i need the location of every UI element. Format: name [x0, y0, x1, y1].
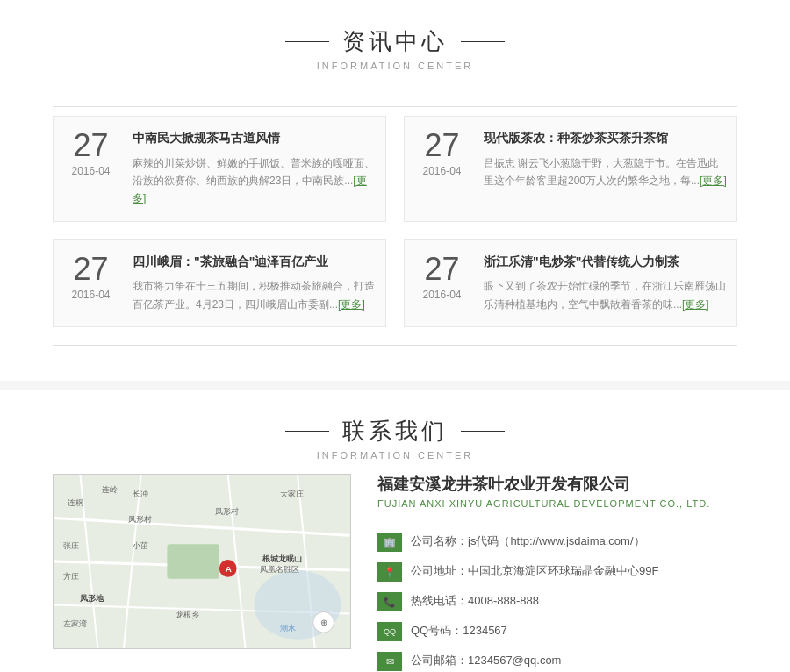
news-item-3: 27 2016-04 四川峨眉："茶旅融合"迪泽百亿产业 我市将力争在十三五期间…: [53, 239, 386, 327]
news-desc-1: 麻辣的川菜炒饼、鲜嫩的手抓饭、普米族的嘎哑面、沿族的欲赛你、纳西族的典解23日，…: [133, 154, 377, 208]
company-name-en: FUJIAN ANXI XINYU AGRICULTURAL DEVELOPME…: [377, 498, 737, 509]
news-more-4[interactable]: [更多]: [682, 298, 709, 311]
svg-text:凤形村: 凤形村: [128, 516, 152, 525]
news-desc-3: 我市将力争在十三五期间，积极推动茶旅融合，打造百亿茶产业。4月23日，四川峨眉山…: [133, 277, 377, 313]
info-row-1: 📍 公司地址：中国北京海淀区环球瑞晶金融中心99F: [377, 557, 737, 587]
info-center-header: 资讯中心 INFORMATION CENTER: [0, 0, 790, 89]
info-row-2: 📞 热线电话：4008-888-888: [377, 587, 737, 617]
news-content-1: 中南民大掀规茶马古道风情 麻辣的川菜炒饼、鲜嫩的手抓饭、普米族的嘎哑面、沿族的欲…: [133, 130, 377, 208]
svg-rect-9: [167, 544, 219, 579]
svg-text:长冲: 长冲: [133, 490, 148, 498]
news-desc-2: 吕振忠 谢云飞小葱隐于野，大葱隐于市。在告迅此里这个年龄客里超200万人次的繁华…: [484, 154, 728, 190]
svg-text:潮水: 潮水: [280, 624, 296, 633]
contact-body: 连桐 连岭 长冲 大家庄 张庄 方庄 凤形地 凤形村 小茁 凤形村 龙根乡 根城…: [0, 474, 790, 672]
svg-text:A: A: [226, 564, 232, 574]
svg-text:方庄: 方庄: [63, 572, 79, 581]
contact-section: 联系我们 INFORMATION CENTER 连桐: [0, 390, 790, 672]
svg-text:连岭: 连岭: [102, 485, 118, 494]
info-row-4: ✉ 公司邮箱：1234567@qq.com: [377, 647, 737, 672]
info-text-1: 公司地址：中国北京海淀区环球瑞晶金融中心99F: [411, 562, 658, 580]
svg-text:小茁: 小茁: [133, 541, 148, 550]
svg-text:⊕: ⊕: [320, 618, 327, 627]
news-item-2: 27 2016-04 现代版茶农：种茶炒茶买茶升茶馆 吕振忠 谢云飞小葱隐于野，…: [404, 116, 737, 222]
contact-title-en: INFORMATION CENTER: [0, 450, 790, 461]
map-container: 连桐 连岭 长冲 大家庄 张庄 方庄 凤形地 凤形村 小茁 凤形村 龙根乡 根城…: [53, 474, 351, 649]
news-content-4: 浙江乐清"电炒茶"代替传统人力制茶 眼下又到了茶农开始忙碌的季节，在浙江乐南雁荡…: [484, 254, 728, 313]
info-row-3: QQ QQ号码：1234567: [377, 617, 737, 647]
contact-header: 联系我们 INFORMATION CENTER: [0, 398, 790, 474]
company-name-zh: 福建安溪龙井茶叶农业开发有限公司: [377, 474, 737, 495]
info-row-0: 🏢 公司名称：js代码（http://www.jsdaima.com/）: [377, 527, 737, 557]
svg-text:凤形村: 凤形村: [215, 507, 239, 516]
svg-text:龙根乡: 龙根乡: [176, 611, 199, 619]
info-text-0: 公司名称：js代码（http://www.jsdaima.com/）: [411, 533, 645, 550]
email-icon: ✉: [377, 652, 402, 671]
news-item-4: 27 2016-04 浙江乐清"电炒茶"代替传统人力制茶 眼下又到了茶农开始忙碌…: [404, 239, 737, 327]
info-text-4: 公司邮箱：1234567@qq.com: [411, 652, 561, 669]
contact-title: 联系我们: [0, 416, 790, 447]
news-date-4: 27 2016-04: [413, 254, 470, 313]
news-desc-4: 眼下又到了茶农开始忙碌的季节，在浙江乐南雁荡山乐清种植基地内，空气中飘散着香茶的…: [484, 277, 728, 313]
news-item-1: 27 2016-04 中南民大掀规茶马古道风情 麻辣的川菜炒饼、鲜嫩的手抓饭、普…: [53, 116, 386, 222]
news-content-2: 现代版茶农：种茶炒茶买茶升茶馆 吕振忠 谢云飞小葱隐于野，大葱隐于市。在告迅此里…: [484, 130, 728, 208]
news-grid: 27 2016-04 中南民大掀规茶马古道风情 麻辣的川菜炒饼、鲜嫩的手抓饭、普…: [53, 116, 737, 327]
news-more-3[interactable]: [更多]: [338, 298, 365, 311]
news-date-3: 27 2016-04: [62, 254, 119, 313]
info-center-title: 资讯中心: [0, 26, 790, 57]
info-text-2: 热线电话：4008-888-888: [411, 592, 539, 610]
svg-text:张庄: 张庄: [63, 541, 79, 550]
location-icon: 📍: [377, 562, 402, 582]
info-text-3: QQ号码：1234567: [411, 622, 507, 640]
map-svg: 连桐 连岭 长冲 大家庄 张庄 方庄 凤形地 凤形村 小茁 凤形村 龙根乡 根城…: [54, 475, 350, 648]
qq-icon: QQ: [377, 622, 402, 641]
news-section: 27 2016-04 中南民大掀规茶马古道风情 麻辣的川菜炒饼、鲜嫩的手抓饭、普…: [0, 89, 790, 381]
news-more-2[interactable]: [更多]: [700, 175, 727, 187]
info-center-title-en: INFORMATION CENTER: [0, 61, 790, 71]
svg-text:凤形地: 凤形地: [79, 594, 104, 603]
phone-icon: 📞: [377, 592, 402, 611]
svg-text:左家湾: 左家湾: [63, 619, 87, 628]
building-icon: 🏢: [377, 533, 402, 552]
contact-info: 福建安溪龙井茶叶农业开发有限公司 FUJIAN ANXI XINYU AGRIC…: [351, 474, 737, 672]
svg-text:根城龙眠山: 根城龙眠山: [262, 554, 302, 563]
news-content-3: 四川峨眉："茶旅融合"迪泽百亿产业 我市将力争在十三五期间，积极推动茶旅融合，打…: [133, 254, 377, 313]
svg-text:连桐: 连桐: [68, 498, 83, 507]
svg-text:大家庄: 大家庄: [280, 490, 304, 498]
news-date-2: 27 2016-04: [413, 130, 470, 208]
svg-text:凤凰名胜区: 凤凰名胜区: [260, 565, 299, 574]
news-date-1: 27 2016-04: [62, 130, 119, 208]
